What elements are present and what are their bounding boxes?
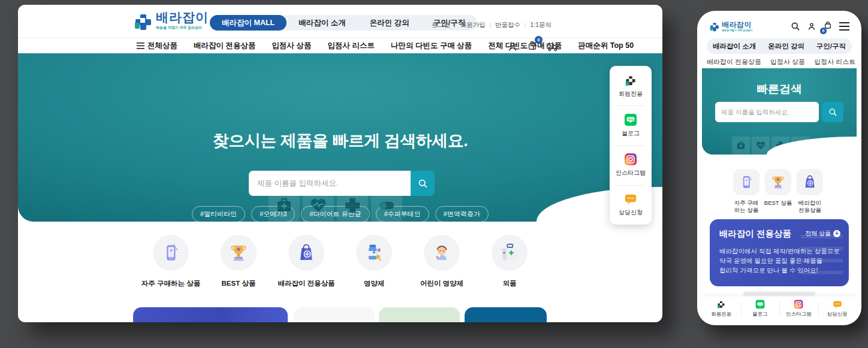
quick-link-panel: 회원전용 blog 블로그 인스타그램 — [610, 66, 652, 225]
category-nav: 전체상품 배라잡이 전용상품 입점사 상품 입점사 리스트 나만의 다빈도 구매… — [18, 38, 662, 53]
mobile-screen: 배라잡이 배송될 약찾기 약국 길라잡이 0 배라잡이 소개 온 — [702, 16, 857, 320]
promo-card-title: 배라잡이 전용상품 — [719, 228, 791, 240]
quick-consult[interactable]: 상담신청 — [610, 185, 652, 225]
hashtag-multivitamin[interactable]: #멀티비타민 — [192, 206, 245, 222]
tab-about[interactable]: 배라잡이 소개 — [713, 42, 756, 51]
category-exclusive-label: 배라잡이 전용상품 — [278, 279, 334, 288]
mobile-category-nav: 배라잡이 전용상품 입점사 상품 입점사 리스트 나만의 다빈도 구매 상품 — [702, 55, 857, 68]
search-icon[interactable] — [791, 22, 800, 31]
shopping-bag-icon — [801, 174, 818, 190]
category-frequent[interactable]: 자주 구매하는 상품 — [733, 169, 760, 214]
logo-tagline: 배송될 약찾기 약국 길라잡이 — [156, 25, 209, 31]
category-quasi-drugs-label: 외품 — [503, 279, 517, 288]
hero-title: 찾으시는 제품을 빠르게 검색하세요. — [18, 130, 662, 152]
phone-icon — [160, 242, 182, 264]
nav-my-frequent[interactable]: 나만의 다빈도 구매 상품 — [391, 41, 472, 51]
promo-card-teal[interactable] — [465, 307, 547, 322]
chat-bubble-icon — [624, 192, 637, 205]
quick-instagram[interactable]: 인스타그램 — [610, 146, 652, 185]
category-exclusive-label: 배라잡이전용상품 — [798, 199, 821, 214]
promo-card-green[interactable] — [379, 307, 460, 322]
tab-about[interactable]: 배라잡이 소개 — [287, 15, 357, 31]
category-best-label: BEST 상품 — [764, 199, 792, 207]
tab-online-lecture[interactable]: 온라인 강의 — [768, 42, 804, 51]
category-exclusive[interactable]: 배라잡이전용상품 — [797, 169, 823, 214]
category-frequent-label: 자주 구매하는 상품 — [734, 199, 759, 214]
tab-mall[interactable]: 배라잡이 MALL — [210, 15, 287, 31]
desktop-browser-mockup: 배라잡이 배송될 약찾기 약국 길라잡이 배라잡이 MALL 배라잡이 소개 온… — [18, 5, 662, 322]
category-shortcuts: 자주 구매하는 상품 BEST 상품 배라잡이 전용상품 영양제 어린이 영양제… — [18, 235, 662, 288]
logo-name: 배라잡이 — [156, 11, 209, 24]
deco-capsule-icon — [371, 189, 402, 222]
brand-logo[interactable]: 배라잡이 배송될 약찾기 약국 길라잡이 — [133, 11, 209, 31]
nav-vendor-list[interactable]: 입점사 리스트 — [327, 41, 374, 51]
nav-exclusive-products[interactable]: 배라잡이 전용상품 — [707, 58, 761, 66]
quick-blog-label: 블로그 — [622, 129, 640, 138]
quick-consult[interactable]: 상담신청 — [818, 296, 857, 320]
cart-button[interactable]: 0 — [526, 40, 538, 54]
quick-members-only[interactable]: 회원전용 — [702, 296, 741, 320]
quick-blog[interactable]: blog 블로그 — [610, 105, 652, 145]
hero-banner: 찾으시는 제품을 빠르게 검색하세요. #멀티비타민 #오메가3 #다이어트 유… — [18, 53, 662, 222]
cart-button[interactable]: 0 — [823, 20, 833, 32]
signup-link[interactable]: 회원가입 — [460, 21, 486, 29]
returns-link[interactable]: 반품접수 — [495, 21, 520, 29]
nav-all-products[interactable]: 전체상품 — [137, 41, 177, 51]
search-button[interactable] — [822, 102, 843, 122]
category-best[interactable]: BEST 상품 — [765, 169, 791, 214]
mobile-primary-tabs: 배라잡이 소개 온라인 강의 구인/구직 — [707, 38, 852, 54]
category-quasi-drugs[interactable]: 외품 — [476, 235, 544, 288]
logo-tagline: 배송될 약찾기 약국 길라잡이 — [722, 29, 752, 32]
search-icon — [828, 108, 837, 117]
quick-consult-label: 상담신청 — [827, 311, 848, 318]
search-button[interactable] — [411, 171, 435, 196]
quick-members-only[interactable]: 회원전용 — [610, 66, 652, 105]
quick-instagram[interactable]: 인스타그램 — [779, 296, 818, 320]
deco-heart-pulse-icon — [303, 189, 334, 222]
nav-exclusive-products[interactable]: 배라잡이 전용상품 — [194, 41, 255, 51]
hashtag-immunity[interactable]: #면역력증가 — [435, 206, 489, 222]
hero-decoration-blocks — [269, 189, 402, 222]
quick-instagram-label: 인스타그램 — [616, 169, 646, 177]
view-all-link[interactable]: 전체 상품 + — [805, 229, 840, 238]
promo-card-body: 배라잡이에서 직접 제작/판매하는 상품으로 약국 운영에 필요한 품질 좋은 … — [719, 246, 840, 275]
category-kids-supplements[interactable]: 어린이 영양제 — [408, 235, 476, 288]
promo-card-indigo[interactable] — [133, 307, 288, 322]
svg-text:blog: blog — [628, 118, 634, 121]
login-link[interactable]: 로그인 — [432, 21, 451, 29]
mobile-hero-title: 빠른검색 — [702, 81, 857, 97]
logo-text-wrap: 배라잡이 배송될 약찾기 약국 길라잡이 — [722, 21, 752, 32]
category-frequent[interactable]: 자주 구매하는 상품 — [137, 235, 205, 288]
exclusive-products-card[interactable]: 배라잡이 전용상품 전체 상품 + 배라잡이에서 직접 제작/판매하는 상품으로… — [710, 219, 849, 286]
tab-jobs[interactable]: 구인/구직 — [816, 42, 846, 51]
hamburger-menu-icon[interactable] — [839, 22, 849, 31]
category-exclusive[interactable]: 배라잡이 전용상품 — [273, 235, 340, 288]
shopping-bag-icon — [296, 242, 317, 264]
deco-first-aid-icon — [269, 189, 300, 222]
stage: 배라잡이 배송될 약찾기 약국 길라잡이 배라잡이 MALL 배라잡이 소개 온… — [0, 0, 868, 348]
promo-card-white[interactable] — [294, 307, 375, 322]
utility-links: 로그인| 회원가입| 반품접수| 1:1문의 — [432, 21, 551, 29]
cart-badge: 0 — [535, 36, 542, 44]
nav-vendor-products[interactable]: 입점사 상품 — [770, 58, 805, 66]
quick-blog[interactable]: 블로그 — [741, 296, 780, 320]
search-input[interactable] — [715, 102, 819, 122]
logo-name: 배라잡이 — [722, 21, 752, 28]
inquiry-link[interactable]: 1:1문의 — [530, 21, 551, 29]
user-icon[interactable] — [807, 22, 816, 31]
category-supplements[interactable]: 영양제 — [340, 235, 408, 288]
mobile-brand-logo[interactable]: 배라잡이 배송될 약찾기 약국 길라잡이 — [709, 21, 752, 32]
brand-cross-icon — [133, 11, 152, 31]
nav-vendor-products[interactable]: 입점사 상품 — [272, 41, 311, 51]
user-icon[interactable] — [507, 41, 519, 53]
menu-icon — [137, 43, 144, 49]
view-all-label: 전체 상품 — [805, 229, 831, 238]
quick-instagram-label: 인스타그램 — [786, 311, 812, 318]
nav-top50[interactable]: 판매순위 Top 50 — [578, 41, 634, 51]
naver-blog-icon — [755, 299, 765, 309]
naver-blog-icon: blog — [624, 113, 637, 126]
tab-online-lecture[interactable]: 온라인 강의 — [358, 15, 421, 31]
category-best[interactable]: BEST 상품 — [205, 235, 273, 288]
delivery-truck-icon[interactable] — [546, 41, 559, 53]
nav-vendor-list[interactable]: 입점사 리스트 — [814, 58, 855, 66]
